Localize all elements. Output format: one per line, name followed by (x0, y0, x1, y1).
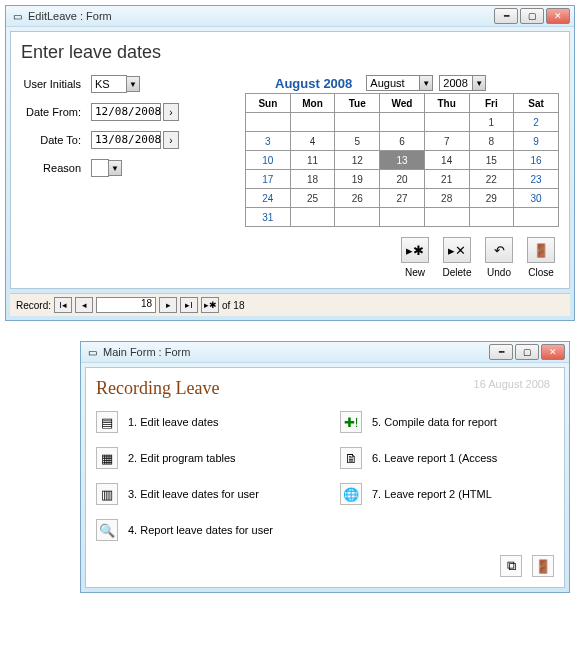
calendar-cell (514, 208, 559, 227)
menu-item-label: 2. Edit program tables (128, 452, 236, 464)
calendar-cell[interactable]: 26 (335, 189, 380, 208)
mainform-window: ▭ Main Form : Form ━ ▢ ✕ 16 August 2008 … (80, 341, 570, 593)
calendar-cell[interactable]: 12 (335, 151, 380, 170)
last-record-button[interactable]: ▸I (180, 297, 198, 313)
calendar-cell (424, 113, 469, 132)
calendar-cell[interactable]: 25 (290, 189, 335, 208)
calendar-cell[interactable]: 29 (469, 189, 514, 208)
date-from-field[interactable]: 12/08/2008 (91, 103, 161, 121)
next-record-button[interactable]: ▸ (159, 297, 177, 313)
maximize-button[interactable]: ▢ (520, 8, 544, 24)
close-window-button[interactable]: ✕ (541, 344, 565, 360)
form-fields: User Initials KS ▼ Date From: 12/08/2008… (21, 75, 231, 278)
form-icon: ▭ (85, 345, 99, 359)
date-to-field[interactable]: 13/08/2008 (91, 131, 161, 149)
calendar-cell[interactable]: 7 (424, 132, 469, 151)
reason-combo[interactable] (91, 159, 109, 177)
titlebar: ▭ EditLeave : Form ━ ▢ ✕ (6, 6, 574, 27)
calendar-day-header: Fri (469, 94, 514, 113)
calendar-cell[interactable]: 18 (290, 170, 335, 189)
prev-record-button[interactable]: ◂ (75, 297, 93, 313)
calendar-cell[interactable]: 17 (246, 170, 291, 189)
calendar-cell[interactable]: 5 (335, 132, 380, 151)
calendar-day-header: Sat (514, 94, 559, 113)
calendar-cell[interactable]: 8 (469, 132, 514, 151)
calendar-cell[interactable]: 4 (290, 132, 335, 151)
edit-tables-icon[interactable]: ▦ (96, 447, 118, 469)
menu-item-label: 5. Compile data for report (372, 416, 497, 428)
chevron-down-icon[interactable]: ▼ (472, 75, 486, 91)
calendar-cell[interactable]: 2 (514, 113, 559, 132)
record-number-field[interactable]: 18 (96, 297, 156, 313)
calendar-title: August 2008 (245, 76, 360, 91)
calendar-cell[interactable]: 31 (246, 208, 291, 227)
calendar-cell[interactable]: 23 (514, 170, 559, 189)
report-access-icon[interactable]: 🗎 (340, 447, 362, 469)
editleave-window: ▭ EditLeave : Form ━ ▢ ✕ Enter leave dat… (5, 5, 575, 321)
calendar-cell[interactable]: 19 (335, 170, 380, 189)
delete-label: Delete (439, 267, 475, 278)
chevron-down-icon[interactable]: ▼ (419, 75, 433, 91)
edit-leave-icon[interactable]: ▤ (96, 411, 118, 433)
exit-button[interactable]: 🚪 (532, 555, 554, 577)
menu-item-label: 3. Edit leave dates for user (128, 488, 259, 500)
report-user-icon[interactable]: 🔍 (96, 519, 118, 541)
compile-icon[interactable]: ✚! (340, 411, 362, 433)
new-label: New (397, 267, 433, 278)
form-body: 16 August 2008 Recording Leave ▤ 1. Edit… (85, 367, 565, 588)
close-window-button[interactable]: ✕ (546, 8, 570, 24)
calendar-cell (335, 113, 380, 132)
calendar-grid: SunMonTueWedThuFriSat 123456789101112131… (245, 93, 559, 227)
calendar-cell[interactable]: 20 (380, 170, 425, 189)
calendar-cell[interactable]: 10 (246, 151, 291, 170)
month-select[interactable]: August (366, 75, 420, 91)
year-select[interactable]: 2008 (439, 75, 473, 91)
window-title: Main Form : Form (103, 346, 489, 358)
action-buttons: ▸✱ New ▸✕ Delete ↶ Undo 🚪 Close (245, 237, 559, 278)
calendar-day-header: Sun (246, 94, 291, 113)
calendar-cell[interactable]: 24 (246, 189, 291, 208)
calendar-cell (335, 208, 380, 227)
calendar-cell[interactable]: 27 (380, 189, 425, 208)
calendar-cell[interactable]: 28 (424, 189, 469, 208)
new-record-button[interactable]: ▸✱ (201, 297, 219, 313)
calendar-day-header: Wed (380, 94, 425, 113)
close-button[interactable]: 🚪 (527, 237, 555, 263)
maximize-button[interactable]: ▢ (515, 344, 539, 360)
calendar-cell[interactable]: 16 (514, 151, 559, 170)
menu-item-label: 7. Leave report 2 (HTML (372, 488, 492, 500)
calendar-cell (469, 208, 514, 227)
new-button[interactable]: ▸✱ (401, 237, 429, 263)
calendar-cell[interactable]: 22 (469, 170, 514, 189)
edit-user-icon[interactable]: ▥ (96, 483, 118, 505)
calendar-cell[interactable]: 3 (246, 132, 291, 151)
undo-button[interactable]: ↶ (485, 237, 513, 263)
calendar-cell[interactable]: 15 (469, 151, 514, 170)
calendar-cell (380, 113, 425, 132)
delete-button[interactable]: ▸✕ (443, 237, 471, 263)
chevron-down-icon[interactable]: ▼ (126, 76, 140, 92)
calendar-cell[interactable]: 9 (514, 132, 559, 151)
date-from-picker-button[interactable]: › (163, 103, 179, 121)
report-html-icon[interactable]: 🌐 (340, 483, 362, 505)
calendar-cell[interactable]: 21 (424, 170, 469, 189)
menu-item-label: 6. Leave report 1 (Access (372, 452, 497, 464)
chevron-down-icon[interactable]: ▼ (108, 160, 122, 176)
calendar-cell[interactable]: 13 (380, 151, 425, 170)
calendar-cell[interactable]: 30 (514, 189, 559, 208)
calendar-cell[interactable]: 11 (290, 151, 335, 170)
close-label: Close (523, 267, 559, 278)
form-body: Enter leave dates User Initials KS ▼ Dat… (10, 31, 570, 289)
calendar-cell[interactable]: 1 (469, 113, 514, 132)
calendar-cell[interactable]: 6 (380, 132, 425, 151)
current-date: 16 August 2008 (474, 378, 550, 390)
form-heading: Enter leave dates (21, 42, 559, 63)
first-record-button[interactable]: I◂ (54, 297, 72, 313)
initials-combo[interactable]: KS (91, 75, 127, 93)
minimize-button[interactable]: ━ (494, 8, 518, 24)
date-to-picker-button[interactable]: › (163, 131, 179, 149)
minimize-button[interactable]: ━ (489, 344, 513, 360)
copy-button[interactable]: ⧉ (500, 555, 522, 577)
calendar-cell[interactable]: 14 (424, 151, 469, 170)
menu-item-label: 4. Report leave dates for user (128, 524, 273, 536)
